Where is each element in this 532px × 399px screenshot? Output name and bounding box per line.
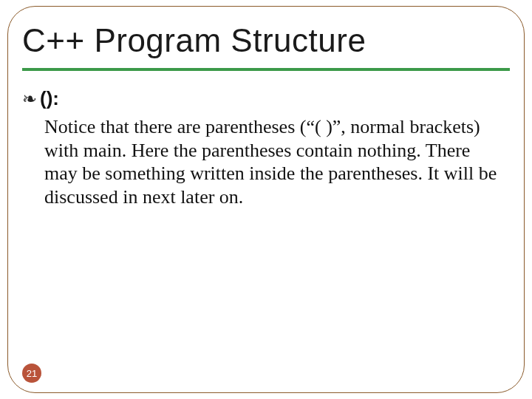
title-underline	[22, 68, 510, 71]
bullet-row: ❧ ():	[22, 87, 510, 110]
page-number: 21	[27, 368, 37, 379]
slide-title: C++ Program Structure	[22, 22, 510, 59]
body-text: Notice that there are parentheses (“( )”…	[44, 115, 502, 209]
bullet-icon: ❧	[22, 90, 37, 108]
page-number-badge: 21	[22, 364, 41, 383]
bullet-label: ():	[40, 87, 59, 110]
slide: C++ Program Structure ❧ (): Notice that …	[0, 0, 532, 399]
